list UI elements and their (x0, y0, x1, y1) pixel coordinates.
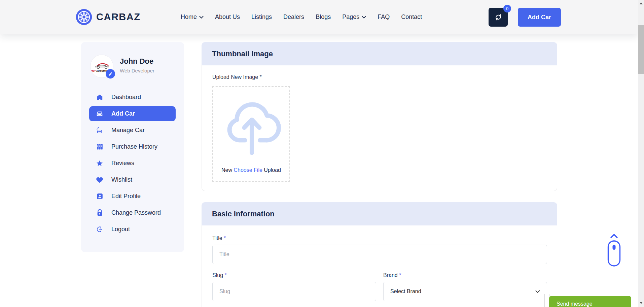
sidebar-item-dashboard[interactable]: Dashboard (89, 90, 176, 105)
car-logo-icon (93, 61, 111, 69)
account-sidebar: MVPAUTOMOTIVE John Doe Web Developer (81, 42, 184, 252)
title-label: Title * (212, 235, 226, 241)
chat-widget-corner (544, 294, 549, 307)
car-sparkle-icon (96, 127, 103, 134)
nav-pages[interactable]: Pages (342, 13, 366, 21)
basic-card-header: Basic Information (202, 202, 557, 225)
main-nav: Home About Us Listings Dealers Blogs Pag… (181, 0, 422, 34)
nav-faq[interactable]: FAQ (378, 13, 390, 21)
sync-compare-icon (494, 13, 503, 22)
profile-card: MVPAUTOMOTIVE John Doe Web Developer (90, 55, 154, 78)
pencil-icon (108, 72, 113, 76)
heart-icon (96, 176, 103, 184)
compare-count-badge: 0 (503, 5, 511, 12)
header-actions: 0 Add Car (489, 8, 561, 27)
nav-listings[interactable]: Listings (251, 13, 272, 21)
chevron-down-icon (535, 290, 540, 293)
nav-blogs[interactable]: Blogs (316, 13, 331, 21)
brand-name: CARBAZ (96, 11, 140, 23)
basic-card-body: Title * Slug * Brand * Select Brand (202, 225, 557, 307)
sidebar-item-purchase-history[interactable]: Purchase History (89, 139, 176, 154)
nav-home[interactable]: Home (181, 13, 204, 21)
basic-information-card: Basic Information Title * Slug * Brand *… (202, 202, 557, 307)
sidebar-menu: Dashboard Add Car Manage Car (81, 90, 184, 238)
home-icon (96, 94, 103, 101)
receipt-icon (96, 143, 103, 151)
file-input-line: New Choose File Upload (213, 167, 289, 173)
thumbnail-card-body: Upload New Image * New Choose File Uploa… (202, 65, 557, 191)
slug-label: Slug * (212, 272, 227, 278)
nav-dealers[interactable]: Dealers (283, 13, 304, 21)
profile-role: Web Developer (120, 68, 154, 73)
page: CARBAZ Home About Us Listings Dealers Bl… (0, 0, 644, 307)
thumbnail-image-card: Thumbnail Image Upload New Image * New C… (202, 42, 557, 191)
image-dropzone[interactable]: New Choose File Upload (212, 86, 290, 182)
logout-icon (96, 226, 103, 233)
cloud-upload-icon (220, 92, 283, 160)
scrollbar-down-arrow[interactable] (638, 300, 644, 306)
wheel-logo-icon (76, 9, 92, 25)
sidebar-item-change-password[interactable]: Change Password (89, 205, 176, 220)
mouse-scroll-icon (607, 234, 621, 267)
user-badge-icon (96, 193, 103, 200)
sidebar-item-add-car[interactable]: Add Car (89, 106, 176, 121)
thumbnail-card-title: Thumbnail Image (212, 50, 273, 58)
avatar: MVPAUTOMOTIVE (90, 55, 113, 78)
compare-button[interactable]: 0 (489, 8, 508, 27)
sidebar-item-edit-profile[interactable]: Edit Profile (89, 189, 176, 204)
car-icon (96, 110, 103, 118)
upload-label: Upload New Image * (212, 74, 262, 80)
page-scrollbar[interactable] (638, 0, 644, 307)
nav-contact[interactable]: Contact (401, 13, 422, 21)
choose-file-button[interactable]: Choose File (234, 167, 262, 173)
sidebar-item-wishlist[interactable]: Wishlist (89, 172, 176, 187)
send-message-button[interactable]: Send message (549, 296, 631, 307)
add-car-button[interactable]: Add Car (518, 8, 561, 27)
title-input[interactable] (212, 245, 547, 264)
profile-text: John Doe Web Developer (120, 55, 154, 78)
slug-input[interactable] (212, 282, 376, 301)
lock-icon (96, 209, 103, 217)
sidebar-item-manage-car[interactable]: Manage Car (89, 123, 176, 138)
chevron-down-icon (362, 16, 366, 19)
brand-select[interactable]: Select Brand (383, 282, 547, 301)
sidebar-item-logout[interactable]: Logout (89, 222, 176, 237)
scrollbar-up-arrow[interactable] (638, 1, 644, 6)
brand-logo[interactable]: CARBAZ (76, 0, 140, 34)
chevron-down-icon (199, 16, 204, 19)
top-navbar: CARBAZ Home About Us Listings Dealers Bl… (0, 0, 638, 34)
profile-name: John Doe (120, 57, 154, 66)
sidebar-item-reviews[interactable]: Reviews (89, 156, 176, 171)
nav-about-us[interactable]: About Us (215, 13, 240, 21)
brand-label: Brand * (383, 272, 401, 278)
scrollbar-thumb[interactable] (638, 25, 644, 74)
thumbnail-card-header: Thumbnail Image (202, 42, 557, 65)
star-icon (96, 160, 103, 167)
scroll-to-top-button[interactable] (607, 234, 621, 267)
basic-card-title: Basic Information (212, 210, 275, 218)
edit-avatar-button[interactable] (106, 69, 115, 79)
